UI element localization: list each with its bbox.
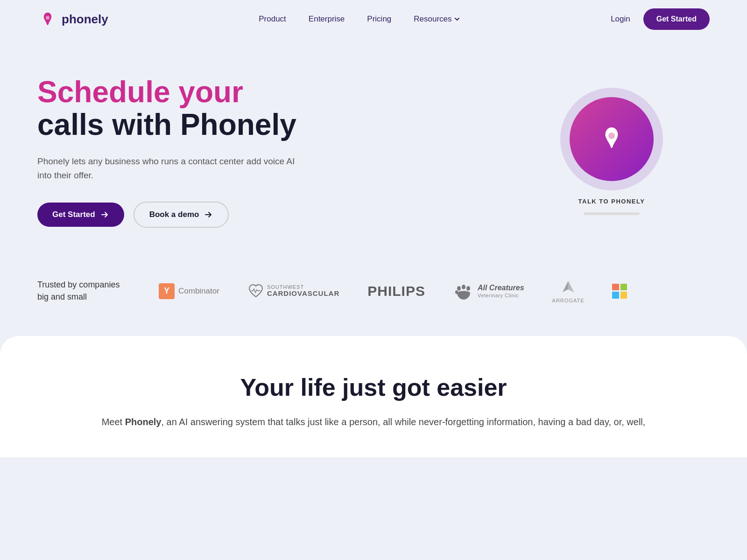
yc-box: Y <box>159 283 175 299</box>
svg-point-3 <box>457 286 461 291</box>
bottom-brand: Phonely <box>125 417 162 427</box>
logo-skyward: ARROGATE <box>552 279 585 303</box>
talk-to-phonely-label: TALK TO PHONELY <box>578 198 645 205</box>
heart-ekg-icon <box>247 283 264 300</box>
talk-bar <box>584 212 640 215</box>
bottom-section: Your life just got easier Meet Phonely, … <box>0 336 747 457</box>
msft-sq3 <box>612 292 619 299</box>
logo-all-creatures: All Creatures Veterinary Clinic <box>453 282 524 301</box>
login-button[interactable]: Login <box>611 14 630 24</box>
sw-cardio-text: SOUTHWEST CARDIOVASCULAR <box>267 284 339 298</box>
skyward-text: ARROGATE <box>552 298 585 303</box>
logo-link[interactable]: phonely <box>37 9 108 29</box>
hero-right: TALK TO PHONELY <box>560 88 663 215</box>
hero-left: Schedule your calls with Phonely Phonely… <box>37 76 299 228</box>
hero-section: Schedule your calls with Phonely Phonely… <box>0 38 747 256</box>
skyward-icon <box>561 279 576 294</box>
hero-title: Schedule your calls with Phonely <box>37 76 299 141</box>
logo-philips: PHILIPS <box>367 283 425 299</box>
logo-ycombinator: Y Combinator <box>159 283 219 299</box>
nav-pricing[interactable]: Pricing <box>367 14 391 24</box>
logos-row: Y Combinator SOUTHWEST CARDIOVASCULAR PH… <box>159 279 627 303</box>
chevron-down-icon <box>454 16 460 22</box>
hero-buttons: Get Started Book a demo <box>37 202 299 228</box>
philips-text: PHILIPS <box>367 283 425 299</box>
bottom-title: Your life just got easier <box>93 373 654 401</box>
arrow-right-outline-icon <box>204 210 213 219</box>
bottom-subtitle: Meet Phonely, an AI answering system tha… <box>93 414 654 429</box>
all-creatures-text: All Creatures Veterinary Clinic <box>478 283 524 298</box>
book-demo-button[interactable]: Book a demo <box>134 202 229 228</box>
get-started-nav-button[interactable]: Get Started <box>643 8 710 30</box>
nav-resources[interactable]: Resources <box>414 14 460 24</box>
hero-subtitle: Phonely lets any business who runs a con… <box>37 154 299 183</box>
msft-sq1 <box>612 284 619 291</box>
nav-actions: Login Get Started <box>611 8 710 30</box>
hero-title-dark: calls with Phonely <box>37 108 296 141</box>
phone-circle-inner <box>570 97 654 181</box>
svg-point-2 <box>608 133 615 139</box>
yc-text: Combinator <box>178 287 219 296</box>
msft-sq4 <box>620 292 627 299</box>
nav-links: Product Enterprise Pricing Resources <box>259 14 460 24</box>
svg-point-4 <box>462 285 465 289</box>
arrow-right-icon <box>100 210 109 219</box>
phone-circle-outer[interactable] <box>560 88 663 190</box>
nav-product[interactable]: Product <box>259 14 286 24</box>
get-started-hero-button[interactable]: Get Started <box>37 203 124 227</box>
logo-text: phonely <box>62 12 108 27</box>
msft-sq2 <box>620 284 627 291</box>
logo-sw-cardiovascular: SOUTHWEST CARDIOVASCULAR <box>247 283 339 300</box>
logo-microsoft <box>612 284 627 299</box>
svg-point-5 <box>466 286 470 291</box>
phone-logo-icon <box>595 123 628 155</box>
phonely-logo-icon <box>37 9 58 29</box>
hero-title-pink: Schedule your <box>37 75 243 109</box>
trusted-section: Trusted by companies big and small Y Com… <box>0 256 747 336</box>
navbar: phonely Product Enterprise Pricing Resou… <box>0 0 747 38</box>
svg-point-1 <box>46 16 49 20</box>
trusted-text: Trusted by companies big and small <box>37 279 121 302</box>
paw-icon <box>453 282 474 301</box>
nav-enterprise[interactable]: Enterprise <box>309 14 345 24</box>
msft-grid <box>612 284 627 299</box>
